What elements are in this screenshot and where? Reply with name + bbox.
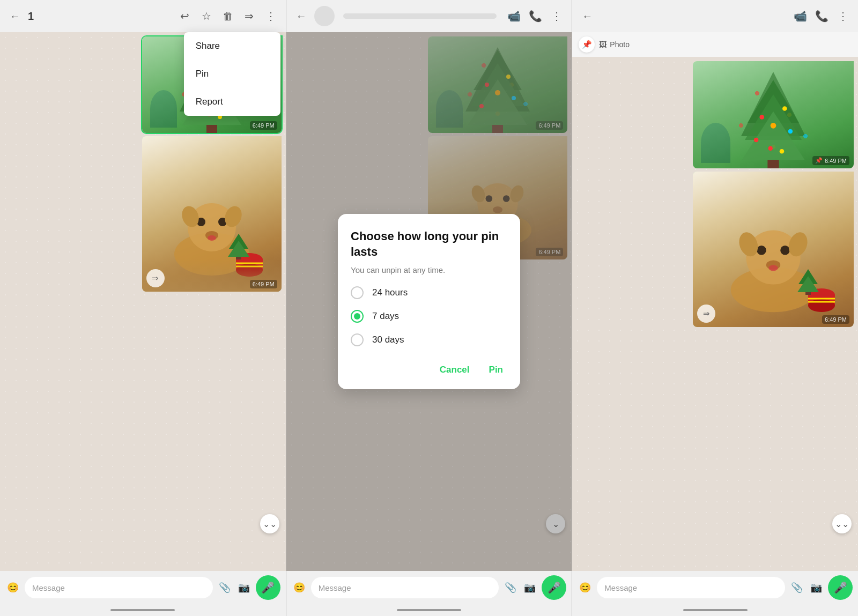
pin-dialog-overlay: Choose how long your pin lasts You can u…: [286, 32, 572, 571]
context-menu: Share Pin Report: [184, 32, 280, 116]
context-menu-share[interactable]: Share: [184, 32, 280, 60]
attach-icon-left[interactable]: 📎: [217, 580, 232, 595]
msg-time-dog-left: 6:49 PM: [250, 280, 277, 288]
pin-indicator-bar[interactable]: 📌 🖼 Photo: [572, 32, 858, 57]
photo-media-icon: 🖼: [599, 40, 606, 49]
radio-option-30d[interactable]: 30 days: [351, 333, 507, 346]
svg-point-53: [780, 149, 785, 154]
reply-icon-left[interactable]: ↩: [176, 8, 194, 25]
message-bubble-dog[interactable]: 6:49 PM ⇒: [142, 136, 282, 292]
mid-panel: ← 📹 📞 ⋮: [286, 0, 573, 616]
mid-chat-bg: 6:49 PM: [286, 32, 572, 571]
more-icon-mid[interactable]: ⋮: [548, 8, 565, 25]
forward-icon-left[interactable]: ⇒: [241, 8, 258, 25]
cancel-button[interactable]: Cancel: [435, 361, 474, 378]
svg-rect-69: [805, 292, 811, 295]
attach-icon-mid[interactable]: 📎: [503, 580, 518, 595]
svg-point-56: [757, 246, 766, 255]
mid-top-bar: ← 📹 📞 ⋮: [286, 0, 572, 32]
home-indicator-left: [0, 604, 286, 616]
right-messages: 📌 6:49 PM: [572, 57, 858, 331]
message-placeholder-right: Message: [604, 583, 637, 592]
svg-point-48: [782, 106, 787, 111]
scroll-down-btn-right[interactable]: ⌄⌄: [832, 514, 852, 533]
context-menu-pin[interactable]: Pin: [184, 60, 280, 88]
message-input-right[interactable]: Message: [597, 577, 785, 598]
pin-icon-small: 📌: [815, 157, 823, 164]
emoji-icon-left[interactable]: 😊: [5, 580, 20, 595]
svg-point-51: [771, 123, 776, 129]
message-bubble-tree-right[interactable]: 📌 6:49 PM: [693, 61, 854, 168]
svg-rect-3: [206, 125, 217, 133]
message-input-mid[interactable]: Message: [311, 577, 499, 598]
video-icon-mid[interactable]: 📹: [505, 8, 522, 25]
left-top-bar: ← 1 ↩ ☆ 🗑 ⇒ ⋮: [0, 0, 286, 32]
home-bar-right: [683, 609, 748, 611]
dialog-actions: Cancel Pin: [351, 357, 507, 378]
emoji-icon-right[interactable]: 😊: [578, 580, 593, 595]
mic-btn-left[interactable]: 🎤: [256, 575, 280, 600]
home-indicator-mid: [286, 604, 572, 616]
svg-point-16: [208, 235, 216, 241]
mic-btn-right[interactable]: 🎤: [828, 575, 853, 600]
dialog-title: Choose how long your pin lasts: [351, 229, 507, 259]
camera-icon-left[interactable]: 📷: [236, 580, 252, 595]
more-icon-right[interactable]: ⋮: [834, 8, 852, 25]
svg-point-52: [768, 146, 773, 151]
photo-tree-right: 📌 6:49 PM: [693, 61, 854, 168]
home-bar-left: [110, 609, 175, 611]
msg-time-tree-left: 6:49 PM: [250, 121, 277, 130]
back-button-mid[interactable]: ←: [293, 8, 310, 25]
emoji-icon-mid[interactable]: 😊: [292, 580, 307, 595]
video-icon-right[interactable]: 📹: [792, 8, 809, 25]
pin-duration-dialog: Choose how long your pin lasts You can u…: [338, 214, 520, 389]
svg-point-57: [780, 246, 790, 255]
pin-text-row: 🖼 Photo: [599, 40, 630, 49]
scroll-down-btn-left[interactable]: ⌄⌄: [260, 514, 279, 533]
radio-label-7d: 7 days: [372, 311, 399, 322]
svg-point-21: [236, 264, 263, 277]
camera-icon-mid[interactable]: 📷: [522, 580, 537, 595]
photo-dog-left: 6:49 PM ⇒: [142, 136, 282, 292]
message-placeholder-left: Message: [32, 583, 65, 592]
mic-btn-mid[interactable]: 🎤: [542, 575, 566, 600]
back-button-right[interactable]: ←: [579, 8, 596, 25]
message-bubble-dog-right[interactable]: 6:49 PM ⇒: [693, 172, 854, 327]
table-row: 📌 6:49 PM: [576, 61, 854, 168]
phone-icon-mid[interactable]: 📞: [527, 8, 544, 25]
svg-rect-26: [236, 257, 241, 259]
msg-time-tree-right: 6:49 PM: [825, 158, 847, 164]
back-button-left[interactable]: ←: [6, 8, 24, 25]
right-input-bar: 😊 Message 📎 📷 🎤: [572, 571, 858, 604]
svg-point-59: [768, 265, 778, 271]
table-row: 6:49 PM ⇒: [4, 136, 282, 292]
context-menu-report[interactable]: Report: [184, 88, 280, 116]
message-input-left[interactable]: Message: [25, 577, 213, 598]
radio-option-24h[interactable]: 24 hours: [351, 286, 507, 299]
attach-icon-right[interactable]: 📎: [789, 580, 804, 595]
radio-option-7d[interactable]: 7 days: [351, 310, 507, 323]
svg-point-47: [760, 115, 765, 120]
phone-icon-right[interactable]: 📞: [813, 8, 830, 25]
pin-icon: 📌: [582, 40, 592, 49]
left-panel: ← 1 ↩ ☆ 🗑 ⇒ ⋮ Share Pin Report: [0, 0, 286, 616]
radio-label-30d: 30 days: [372, 335, 404, 345]
star-icon-left[interactable]: ☆: [198, 8, 215, 25]
left-input-bar: 😊 Message 📎 📷 🎤: [0, 571, 286, 604]
right-chat-bg: 📌 6:49 PM: [572, 57, 858, 571]
dialog-subtitle: You can unpin at any time.: [351, 265, 507, 274]
forward-btn-left[interactable]: ⇒: [146, 269, 165, 287]
photo-dog-right: 6:49 PM ⇒: [693, 172, 854, 327]
more-icon-left[interactable]: ⋮: [262, 8, 279, 25]
pin-button[interactable]: Pin: [485, 361, 507, 378]
camera-icon-right[interactable]: 📷: [809, 580, 824, 595]
svg-rect-20: [236, 259, 263, 270]
forward-btn-right[interactable]: ⇒: [697, 305, 715, 323]
home-indicator-right: [572, 604, 858, 616]
table-row: 6:49 PM ⇒: [576, 172, 854, 327]
right-panel: ← 📹 📞 ⋮ 📌 🖼 Photo: [572, 0, 858, 616]
pin-time-badge-tree: 📌 6:49 PM: [812, 156, 849, 165]
delete-icon-left[interactable]: 🗑: [219, 8, 236, 25]
svg-rect-46: [767, 160, 779, 168]
msg-time-dog-right: 6:49 PM: [822, 315, 849, 324]
